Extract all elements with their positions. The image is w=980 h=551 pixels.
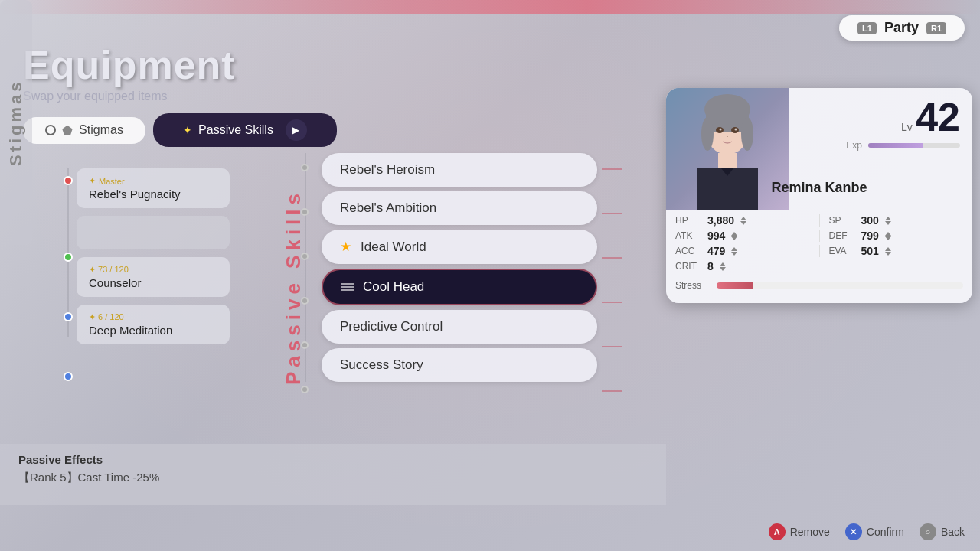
- level-number: 42: [916, 95, 960, 139]
- back-label: Back: [941, 526, 965, 538]
- stat-row-acc-eva: ACC 479 EVA 501: [675, 245, 963, 257]
- acc-value: 479: [707, 245, 725, 257]
- confirm-button[interactable]: ✕ Confirm: [845, 523, 904, 540]
- exp-label: Exp: [846, 140, 862, 151]
- skill-item-4[interactable]: Cool Head: [322, 269, 597, 305]
- sp-label: SP: [829, 215, 857, 226]
- def-arrows[interactable]: [885, 232, 891, 240]
- sp-down-arrow[interactable]: [885, 221, 891, 225]
- passive-effects-panel: Passive Effects 【Rank 5】Cast Time -25%: [0, 444, 666, 505]
- skill-name-4: Cool Head: [363, 279, 424, 295]
- crit-down[interactable]: [720, 267, 726, 271]
- hp-arrows[interactable]: [740, 217, 746, 225]
- def-down[interactable]: [885, 236, 891, 240]
- tab-passive-skills[interactable]: ✦ Passive Skills ▶: [153, 113, 337, 147]
- passive-effects-title: Passive Effects: [18, 453, 648, 466]
- skill-rdash-3: [602, 257, 622, 259]
- skill-item-2[interactable]: Rebel's Ambition: [322, 191, 597, 225]
- atk-down[interactable]: [731, 236, 737, 240]
- crit-value: 8: [707, 260, 714, 272]
- skill-list: Rebel's Heroism Rebel's Ambition ★ Ideal…: [322, 153, 597, 382]
- crit-arrows[interactable]: [720, 262, 726, 271]
- exp-row: Exp: [846, 140, 960, 151]
- bottom-bar: A Remove ✕ Confirm ○ Back: [769, 523, 965, 540]
- svg-point-9: [735, 129, 737, 131]
- skill-rdash-1: [602, 168, 622, 170]
- eva-label: EVA: [829, 246, 857, 256]
- svg-point-8: [720, 129, 722, 131]
- page-subtitle: Swap your equipped items: [23, 90, 236, 103]
- acc-up[interactable]: [731, 247, 737, 251]
- def-up[interactable]: [885, 232, 891, 236]
- remove-button[interactable]: A Remove: [769, 523, 830, 540]
- acc-down[interactable]: [731, 252, 737, 256]
- atk-up[interactable]: [731, 232, 737, 236]
- sp-arrows[interactable]: [885, 217, 891, 225]
- stigma-dot-4: [64, 372, 73, 381]
- stigmas-tab-label: Stigmas: [79, 123, 123, 137]
- party-label: Party: [884, 20, 919, 36]
- stigma-dot-1: [64, 176, 73, 185]
- skill-name-2: Rebel's Ambition: [340, 201, 436, 216]
- atk-value: 994: [707, 230, 725, 242]
- acc-arrows[interactable]: [731, 247, 737, 256]
- stat-row-atk-def: ATK 994 DEF 799: [675, 230, 963, 242]
- exp-star-2: ✦: [89, 312, 96, 321]
- eva-arrows[interactable]: [885, 247, 891, 256]
- eva-down[interactable]: [885, 252, 891, 256]
- stat-crit: CRIT 8: [675, 260, 963, 272]
- sp-value: 300: [861, 214, 879, 227]
- character-name: Remina Kanbe: [666, 180, 972, 196]
- star-icon: ✦: [89, 176, 96, 186]
- hp-down-arrow[interactable]: [740, 221, 746, 225]
- stat-eva: EVA 501: [829, 245, 964, 257]
- stat-divider-1: [819, 214, 820, 227]
- skill-lines-icon: [341, 283, 354, 291]
- back-button[interactable]: ○ Back: [920, 523, 965, 540]
- svg-rect-10: [718, 153, 737, 168]
- stigma-exp-3: ✦ 6 / 120: [89, 312, 217, 322]
- character-level-area: Lv 42 Exp: [846, 97, 960, 151]
- stress-bar: [717, 282, 963, 289]
- sp-up-arrow[interactable]: [885, 217, 891, 220]
- crit-up[interactable]: [720, 262, 726, 266]
- party-tab[interactable]: L1 Party R1: [839, 15, 965, 41]
- r1-button[interactable]: R1: [926, 22, 946, 34]
- skill-item-1[interactable]: Rebel's Heroism: [322, 153, 597, 187]
- atk-arrows[interactable]: [731, 232, 737, 240]
- def-label: DEF: [829, 230, 857, 241]
- hp-up-arrow[interactable]: [740, 217, 746, 220]
- skill-item-3[interactable]: ★ Ideal World: [322, 230, 597, 264]
- passive-star-icon: ✦: [183, 124, 192, 136]
- stigma-item-2-empty[interactable]: [77, 216, 230, 249]
- crit-label: CRIT: [675, 261, 703, 272]
- atk-label: ATK: [675, 230, 703, 241]
- stat-row-hp-sp: HP 3,880 SP 300: [675, 214, 963, 227]
- eva-up[interactable]: [885, 247, 891, 251]
- svg-point-4: [701, 117, 714, 151]
- passive-effects-text: 【Rank 5】Cast Time -25%: [18, 471, 648, 485]
- tab-row: ⬟ Stigmas ✦ Passive Skills ▶: [23, 113, 337, 147]
- stigma-dot-2: [64, 253, 73, 262]
- star-icon-3: ★: [340, 239, 351, 255]
- stigma-item-3[interactable]: ✦ 73 / 120 Counselor: [77, 257, 230, 297]
- skill-item-5[interactable]: Predictive Control: [322, 310, 597, 344]
- stigma-list: ✦ Master Rebel's Pugnacity ✦ 73 / 120 Co…: [77, 161, 230, 344]
- stress-label: Stress: [675, 280, 709, 291]
- page-title: Equipment: [23, 42, 236, 88]
- l1-button[interactable]: L1: [858, 22, 877, 34]
- stat-divider-3: [819, 245, 820, 257]
- skill-rdash-4: [602, 302, 622, 303]
- passive-next-button[interactable]: ▶: [286, 119, 307, 141]
- hp-label: HP: [675, 215, 703, 226]
- stigma-item-1[interactable]: ✦ Master Rebel's Pugnacity: [77, 168, 230, 208]
- stigmas-vertical-label: Stigmas: [0, 0, 32, 245]
- skill-item-6[interactable]: Success Story: [322, 348, 597, 382]
- tab-stigmas[interactable]: ⬟ Stigmas: [23, 117, 145, 144]
- stigma-item-4[interactable]: ✦ 6 / 120 Deep Meditation: [77, 305, 230, 344]
- skill-name-1: Rebel's Heroism: [340, 162, 435, 178]
- top-bar: L1 Party R1: [839, 15, 965, 41]
- page-header: Equipment Swap your equipped items: [23, 42, 236, 103]
- stat-def: DEF 799: [829, 230, 964, 242]
- tab-circle-icon: [45, 125, 56, 135]
